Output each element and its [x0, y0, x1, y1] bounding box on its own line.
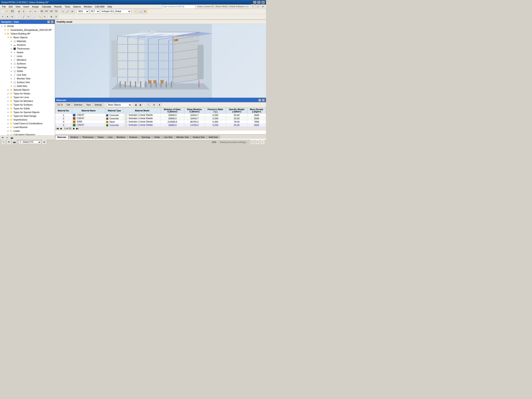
nav-close-btn[interactable]: ✕ [51, 20, 54, 23]
tree-loads[interactable]: ▸ 📁 Loads [0, 129, 55, 133]
tree-load-cases[interactable]: ▸ 📁 Load Cases & Combinations [0, 121, 55, 125]
tree-linesets[interactable]: ▸ ╱ Line Sets [0, 73, 55, 77]
tab-members[interactable]: Members [115, 135, 127, 139]
save-btn[interactable]: 💾 [10, 9, 14, 14]
member-btn[interactable]: ═ [26, 14, 31, 19]
tree-surfaces[interactable]: ▸ ⬜ Surfaces [0, 62, 55, 65]
menu-edit[interactable]: Edit [7, 5, 14, 8]
open-btn[interactable]: 📂 [5, 9, 10, 14]
coord-system-combo[interactable]: 1 - Global XYZ [18, 140, 41, 144]
menu-insert[interactable]: Insert [22, 5, 30, 8]
tree-basic-objects[interactable]: ▾ 📂 Basic Objects [0, 36, 55, 39]
tree-lines[interactable]: ▸ ╱ Lines [0, 54, 55, 58]
edit-btn[interactable]: Edit [65, 103, 72, 107]
surface-btn[interactable]: ⬜ [31, 14, 36, 19]
tree-surfacesets[interactable]: ▸ ⬜ Surface Sets [0, 80, 55, 84]
tree-types-lines[interactable]: ▸ 📁 Types for Lines [0, 95, 55, 99]
nav-cursor-btn[interactable]: ↖ [5, 136, 9, 140]
viewxy-btn[interactable]: XY [44, 9, 49, 14]
tab-surfaces[interactable]: Surfaces [127, 135, 139, 139]
measure-btn[interactable]: 📏 [38, 14, 42, 19]
new-btn[interactable]: 📄 [0, 9, 5, 14]
pagination-last[interactable]: ▶| [76, 127, 79, 130]
pagination-next[interactable]: ▶ [73, 127, 75, 130]
section-cut-btn[interactable]: ✂ [42, 14, 47, 19]
tree-types-solids[interactable]: ▸ 📁 Types for Solids [0, 107, 55, 110]
import-btn[interactable]: ⬇ [157, 103, 162, 107]
coord-icon[interactable]: ⊕ [42, 140, 47, 145]
close-btn[interactable]: ✕ [261, 1, 265, 4]
tree-imperfections[interactable]: ▸ 📁 Imperfections [0, 118, 55, 121]
calc-btn[interactable]: ⚡ [133, 9, 138, 14]
settings-btn[interactable]: Settings [93, 103, 103, 107]
render-btn[interactable]: 🎨 [143, 9, 147, 14]
tab-sections[interactable]: Sections [68, 135, 80, 139]
viewxz-btn[interactable]: XZ [49, 9, 54, 14]
menu-cadbim[interactable]: CAD-BIM [94, 5, 106, 8]
export-btn[interactable]: ⬆ [152, 103, 156, 107]
menu-options[interactable]: Options [72, 5, 82, 8]
tree-materials[interactable]: ▸ ⬜ Materials [0, 39, 55, 43]
viewyz-btn[interactable]: YZ [54, 9, 58, 14]
nav-eye-btn[interactable]: 👁 [1, 136, 5, 140]
grid-btn[interactable]: # [54, 14, 58, 19]
tab-surfacesets[interactable]: Surface Sets [191, 135, 207, 139]
copy-btn[interactable]: ⎘ [21, 9, 26, 14]
status-tool2[interactable]: + [255, 140, 260, 145]
results-btn[interactable]: 📊 [138, 9, 143, 14]
menu-help[interactable]: Help [106, 5, 114, 8]
tab-openings[interactable]: Openings [139, 135, 152, 139]
panel-close-btn[interactable]: ✕ [262, 99, 265, 102]
tab-linesets[interactable]: Line Sets [162, 135, 174, 139]
status-icon2[interactable]: 👁 [7, 140, 11, 145]
viewport-canvas[interactable] [55, 24, 266, 98]
goto-btn[interactable]: Go To [56, 103, 64, 107]
move-btn[interactable]: ✛ [5, 14, 10, 19]
tree-types-nodes[interactable]: ▸ 📁 Types for Nodes [0, 92, 55, 95]
tree-members[interactable]: ▸ ╱ Members [0, 58, 55, 62]
maximize-app-btn[interactable]: □ [256, 4, 260, 9]
maximize-btn[interactable]: □ [257, 1, 261, 4]
nav-tree[interactable]: ▸ R RFEM ▸ 📁 Gewinkeltes_Bürogebäude_202… [0, 24, 55, 135]
tree-types-special[interactable]: ▸ 📁 Types for Special Objects [0, 110, 55, 114]
tree-load-wizards[interactable]: ▸ 📁 Load Wizards [0, 125, 55, 129]
rotate-btn[interactable]: ↻ [10, 14, 14, 19]
undo-btn[interactable]: ↩ [28, 9, 33, 14]
pagination-prev[interactable]: ◀ [60, 127, 62, 130]
close-app-btn[interactable]: ✕ [261, 4, 265, 9]
menu-tools[interactable]: Tools [63, 5, 71, 8]
nav-camera-btn[interactable]: 📷 [10, 136, 14, 140]
tree-types-surfaces[interactable]: ▸ 📁 Types for Surfaces [0, 103, 55, 107]
menu-file[interactable]: File [1, 5, 7, 8]
zoom-out-btn[interactable]: 🔎 [65, 9, 70, 14]
viewport[interactable]: Visibility mode [55, 20, 266, 98]
seis-combo[interactable]: SEIS [77, 9, 89, 13]
pagination-first[interactable]: |◀ [56, 127, 58, 130]
view-btn[interactable]: View [85, 103, 92, 107]
basic-objects-combo[interactable]: Basic Objects [107, 103, 132, 107]
status-tool3[interactable]: − [260, 140, 265, 145]
tree-solidsets[interactable]: ▸ ⬜ Solid Sets [0, 84, 55, 88]
slv-combo[interactable]: Inviluppo SLV_Dlubal [100, 9, 131, 13]
status-tool1[interactable]: ⛶ [250, 140, 255, 145]
snap-btn[interactable]: ⊕ [49, 14, 54, 19]
view3d-btn[interactable]: 3D [39, 9, 44, 14]
tree-sections[interactable]: ▸ ▬ Sections [0, 43, 55, 47]
tab-lines[interactable]: Lines [106, 135, 114, 139]
search-input[interactable] [162, 5, 195, 9]
nav-prev-btn[interactable]: ◀ [133, 103, 138, 107]
menu-window[interactable]: Window [82, 5, 93, 8]
tree-project-1[interactable]: ▸ 📁 Gewinkeltes_Bürogebäude_2024-03.rf6* [0, 28, 55, 32]
line-btn[interactable]: ╱ [21, 14, 26, 19]
menu-view[interactable]: View [14, 5, 22, 8]
menu-results[interactable]: Results [53, 5, 63, 8]
nav-next-btn[interactable]: ▶ [138, 103, 143, 107]
status-icon3[interactable]: 📷 [12, 140, 17, 145]
selection-btn[interactable]: Selection [73, 103, 84, 107]
filter-btn[interactable]: 🔧 [146, 103, 151, 107]
minimize-btn[interactable]: ─ [253, 1, 256, 4]
tab-membersets[interactable]: Member Sets [175, 135, 190, 139]
menu-calculate[interactable]: Calculate [40, 5, 53, 8]
rc-combo[interactable]: RC7 [89, 9, 100, 13]
tree-membersets[interactable]: ▸ ╱ Member Sets [0, 77, 55, 80]
